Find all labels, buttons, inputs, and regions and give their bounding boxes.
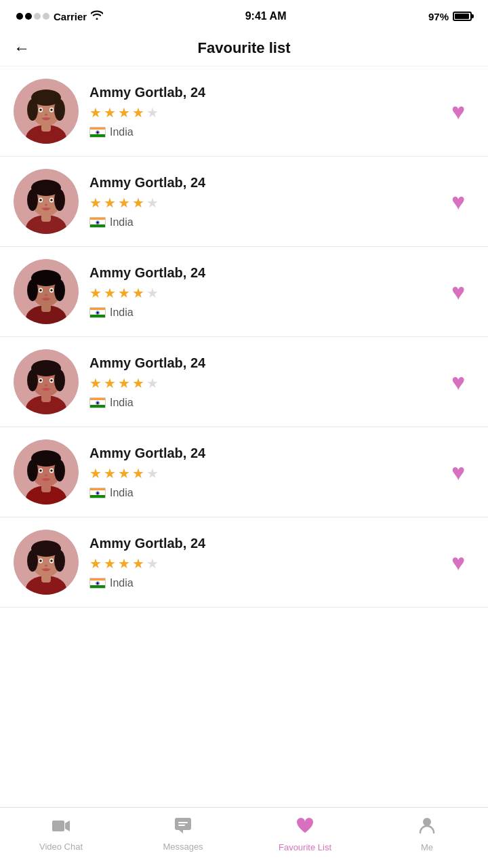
signal-dot-2 [25,13,32,20]
favourite-button[interactable]: ♥ [442,456,474,488]
avatar [14,439,79,505]
svg-point-75 [50,559,53,562]
country-flag: ◉ [89,307,106,318]
star-5: ★ [146,375,159,391]
tab-me-label: Me [421,842,433,852]
svg-point-9 [39,108,42,111]
user-stars: ★★★★★ [89,465,431,481]
svg-point-84 [423,818,431,826]
star-4: ★ [132,285,144,301]
svg-point-35 [39,289,42,292]
svg-point-50 [45,384,47,387]
signal-dots [16,13,49,20]
list-item[interactable]: Ammy Gortlab, 24 ★★★★★ ◉ India ♥ [0,517,488,608]
svg-point-10 [50,108,53,111]
user-stars: ★★★★★ [89,375,431,391]
heart-icon: ♥ [451,369,465,395]
wifi-icon [91,10,103,22]
star-4: ★ [132,104,144,121]
svg-point-36 [50,289,53,292]
user-location: ◉ India [89,307,431,319]
svg-point-5 [27,99,38,121]
list-item[interactable]: Ammy Gortlab, 24 ★★★★★ ◉ India ♥ [0,157,488,247]
star-1: ★ [89,104,102,121]
star-1: ★ [89,465,102,481]
svg-point-71 [54,550,65,572]
heart-icon: ♥ [451,98,465,125]
item-info: Ammy Gortlab, 24 ★★★★★ ◉ India [79,265,442,319]
tab-bar: Video Chat Messages Favourite List [0,807,488,868]
svg-point-23 [50,199,53,201]
tab-me[interactable]: Me [366,808,488,861]
messages-icon [174,817,192,838]
signal-dot-3 [34,13,41,20]
svg-point-63 [45,475,47,477]
star-2: ★ [104,465,116,481]
tab-video-chat[interactable]: Video Chat [0,808,122,861]
favourite-button[interactable]: ♥ [442,95,474,127]
avatar [14,169,79,234]
page-header: ← Favourite list [0,30,488,66]
favourite-button[interactable]: ♥ [442,275,474,308]
svg-rect-82 [178,822,188,823]
status-right: 97% [428,11,472,22]
svg-point-57 [27,460,38,481]
item-info: Ammy Gortlab, 24 ★★★★★ ◉ India [79,85,442,138]
star-3: ★ [118,375,130,391]
star-3: ★ [118,195,130,211]
svg-point-18 [27,189,38,211]
me-icon [419,816,435,839]
country-flag: ◉ [89,127,106,138]
star-2: ★ [104,104,116,121]
svg-point-31 [27,279,38,301]
user-stars: ★★★★★ [89,104,431,121]
user-stars: ★★★★★ [89,195,431,211]
svg-point-61 [39,469,42,472]
user-name: Ammy Gortlab, 24 [89,536,431,551]
item-info: Ammy Gortlab, 24 ★★★★★ ◉ India [79,175,442,229]
svg-point-70 [27,550,38,572]
signal-dot-1 [16,13,23,20]
user-location: ◉ India [89,577,431,589]
tab-favourite-list[interactable]: Favourite List [244,808,366,861]
star-4: ★ [132,465,144,481]
country-flag: ◉ [89,217,106,228]
country-flag: ◉ [89,397,106,408]
country-name: India [110,307,134,319]
country-name: India [110,577,134,589]
user-name: Ammy Gortlab, 24 [89,446,431,461]
tab-video-chat-label: Video Chat [39,842,83,852]
star-3: ★ [118,555,130,572]
tab-messages-label: Messages [163,842,203,852]
favourite-button[interactable]: ♥ [442,185,474,218]
list-item[interactable]: Ammy Gortlab, 24 ★★★★★ ◉ India ♥ [0,427,488,517]
list-item[interactable]: Ammy Gortlab, 24 ★★★★★ ◉ India ♥ [0,247,488,337]
favourite-button[interactable]: ♥ [442,546,474,578]
user-location: ◉ India [89,216,431,229]
battery-icon [453,12,472,21]
list-item[interactable]: Ammy Gortlab, 24 ★★★★★ ◉ India ♥ [0,337,488,427]
svg-point-37 [45,294,47,296]
star-1: ★ [89,285,102,301]
video-chat-icon [52,817,70,838]
signal-dot-4 [43,13,49,20]
star-1: ★ [89,195,102,211]
tab-messages[interactable]: Messages [122,808,244,861]
user-name: Ammy Gortlab, 24 [89,175,431,191]
star-5: ★ [146,555,159,572]
user-name: Ammy Gortlab, 24 [89,355,431,371]
tab-favourite-list-label: Favourite List [279,842,331,852]
back-button[interactable]: ← [14,39,30,58]
carrier-label: Carrier [54,11,87,22]
star-5: ★ [146,465,159,481]
status-left: Carrier [16,10,103,22]
star-4: ★ [132,555,144,572]
list-item[interactable]: Ammy Gortlab, 24 ★★★★★ ◉ India ♥ [0,66,488,157]
heart-icon: ♥ [451,189,465,215]
star-3: ★ [118,285,130,301]
user-stars: ★★★★★ [89,285,431,301]
user-location: ◉ India [89,126,431,138]
svg-point-45 [54,370,65,391]
favourite-button[interactable]: ♥ [442,366,474,398]
battery-percent: 97% [428,11,449,22]
